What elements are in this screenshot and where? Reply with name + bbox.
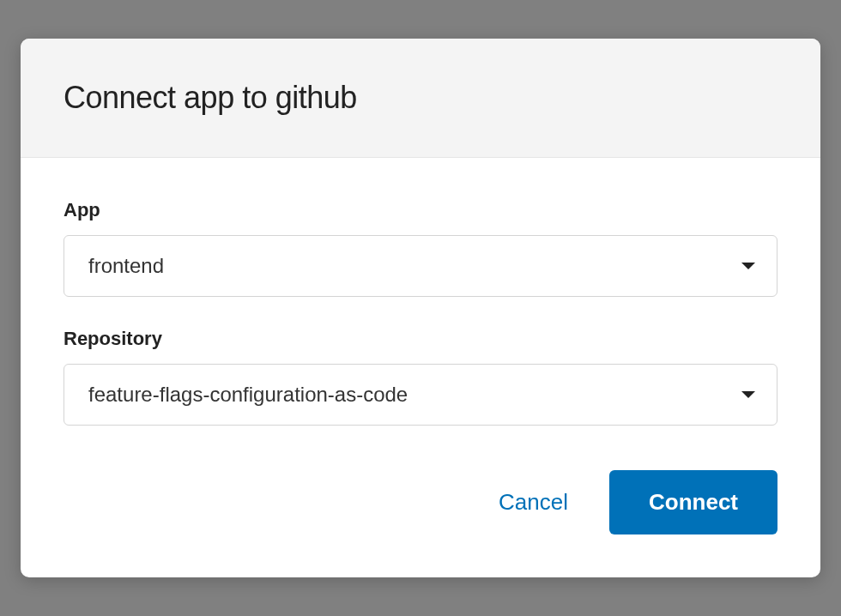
repository-field-group: Repository feature-flags-configuration-a… — [64, 328, 777, 426]
app-label: App — [64, 199, 777, 221]
repository-select[interactable]: feature-flags-configuration-as-code — [64, 364, 777, 426]
modal-body: App frontend Repository feature-flags-co… — [21, 158, 820, 470]
modal-header: Connect app to github — [21, 39, 820, 158]
repository-label: Repository — [64, 328, 777, 350]
connect-app-modal: Connect app to github App frontend Repos… — [21, 39, 820, 577]
app-field-group: App frontend — [64, 199, 777, 297]
cancel-button[interactable]: Cancel — [495, 482, 572, 522]
app-select[interactable]: frontend — [64, 235, 777, 297]
modal-title: Connect app to github — [64, 80, 777, 116]
repository-select-value: feature-flags-configuration-as-code — [64, 364, 777, 426]
app-select-value: frontend — [64, 235, 777, 297]
connect-button[interactable]: Connect — [609, 470, 777, 534]
modal-footer: Cancel Connect — [21, 470, 820, 577]
